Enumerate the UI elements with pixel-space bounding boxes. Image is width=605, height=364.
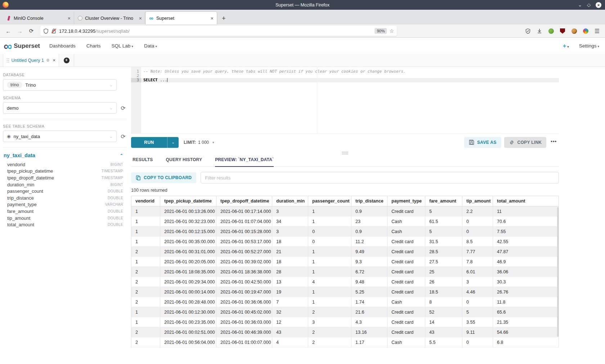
grid-column-header[interactable]: trip_distance (351, 196, 387, 206)
save-as-button[interactable]: SAVE AS (464, 137, 501, 148)
reload-icon[interactable]: ⟳ (27, 28, 36, 34)
run-button[interactable]: RUN (131, 137, 167, 148)
grid-cell: Cash (387, 297, 425, 307)
downloads-icon[interactable] (537, 28, 542, 34)
filter-results-input[interactable] (201, 172, 559, 183)
back-icon[interactable]: ← (4, 28, 13, 34)
add-new-button[interactable]: +▾ (563, 43, 569, 49)
grid-column-header[interactable]: tpep_dropoff_datetime (216, 196, 272, 206)
grid-cell: Credit card (387, 307, 425, 317)
nav-item-data[interactable]: Data▾ (144, 43, 157, 49)
grid-cell: 21.35 (493, 317, 559, 327)
superset-logo-icon[interactable]: ∞ (4, 41, 12, 51)
ublock-icon[interactable] (560, 28, 565, 34)
nav-item-charts[interactable]: Charts (86, 43, 101, 49)
chevron-up-icon[interactable]: ⌃ (120, 153, 123, 158)
grid-column-header[interactable]: tpep_pickup_datetime (160, 196, 216, 206)
grid-column-header[interactable]: tip_amount (462, 196, 493, 206)
minimize-icon[interactable]: ⌄ (578, 3, 582, 7)
url-host: 172.18.0.4:32295 (59, 28, 95, 34)
grid-column-header[interactable]: vendorid (131, 196, 160, 206)
schema-select[interactable]: demo ⌄ (3, 102, 117, 114)
grid-column-header[interactable]: duration_min (272, 196, 308, 206)
add-query-tab-button[interactable]: + (59, 54, 74, 67)
account-shield-icon[interactable] (525, 28, 531, 34)
close-tab-icon[interactable]: × (139, 15, 142, 21)
tab-results[interactable]: RESULTS (133, 157, 153, 167)
chevron-down-icon: ⌄ (171, 140, 175, 145)
zoom-level-badge[interactable]: 90% (375, 28, 387, 34)
maximize-icon[interactable]: ◇ (587, 3, 591, 7)
main-pane: 1 -- Note: Unless you save your query, t… (128, 67, 605, 364)
browser-tab-minio[interactable]: MinIO Console × (3, 12, 74, 24)
grid-data-row: 12021-06-01 00:35:00.0002021-06-01 00:53… (131, 237, 559, 247)
table-columns-list: vendorid BIGINT tpep_pickup_datetime TIM… (3, 161, 127, 228)
browser-tabstrip: MinIO Console × Cluster Overview - Trino… (0, 10, 605, 24)
grid-cell: 47.87 (493, 247, 559, 257)
url-bar[interactable]: 172.18.0.4:32295/superset/sqllab/ 90% ☆ (40, 26, 397, 36)
grid-column-header[interactable]: fare_amount (425, 196, 462, 206)
refresh-tables-icon[interactable]: ⟳ (120, 133, 127, 140)
copy-to-clipboard-button[interactable]: COPY TO CLIPBOARD (131, 172, 196, 183)
extension-green-icon[interactable] (548, 28, 554, 34)
grid-cell: 18.5 (425, 287, 462, 297)
menu-icon[interactable]: ☰ (594, 28, 600, 34)
grid-column-header[interactable]: passenger_count (308, 196, 351, 206)
close-tab-icon[interactable]: × (68, 15, 71, 21)
grid-column-header[interactable]: total_amount (493, 196, 559, 206)
grid-cell: Cash (387, 217, 425, 227)
grid-column-header[interactable]: payment_type (387, 196, 425, 206)
grid-cell: 5.25 (351, 287, 387, 297)
browser-tab-superset[interactable]: ∞ Superset × (145, 12, 217, 24)
grid-cell: 2021-06-01 00:52:27.000 (216, 247, 272, 257)
close-tab-icon[interactable]: × (211, 15, 214, 21)
container-extension-icon[interactable] (583, 28, 588, 34)
database-select[interactable]: trino Trino ⌄ (3, 79, 117, 91)
copy-link-button[interactable]: COPY LINK (504, 137, 547, 148)
grid-cell: 7.8 (462, 257, 493, 267)
refresh-schema-icon[interactable]: ⟳ (120, 105, 127, 112)
grid-data-row: 22021-06-01 00:29:34.0002021-06-01 00:42… (131, 277, 559, 287)
drag-handle-icon[interactable] (6, 58, 9, 63)
grid-cell: Credit card (387, 257, 425, 267)
nav-item-dashboards[interactable]: Dashboards (49, 43, 76, 49)
tab-preview[interactable]: PREVIEW: `NY_TAXI_DATA` (215, 157, 274, 167)
brand-name[interactable]: Superset (14, 42, 40, 50)
grid-cell: 3 (272, 206, 308, 217)
table-schema-header[interactable]: ny_taxi_data ⌃ (4, 153, 127, 158)
grid-cell: 2021-06-01 00:13:26.000 (160, 206, 216, 217)
pane-splitter[interactable] (131, 151, 559, 155)
run-options-button[interactable]: ⌄ (167, 137, 179, 148)
database-label: DATABASE (3, 73, 127, 77)
sql-editor[interactable]: 1 -- Note: Unless you save your query, t… (131, 67, 559, 133)
insecure-lock-icon[interactable] (51, 28, 57, 34)
grid-cell: 2021-06-01 00:31:01.000 (160, 247, 216, 257)
tab-query-history[interactable]: QUERY HISTORY (166, 157, 202, 167)
url-text[interactable]: 172.18.0.4:32295/superset/sqllab/ (59, 28, 372, 34)
table-select[interactable]: ◉ ny_taxi_data ⌄ (3, 131, 117, 142)
grid-cell: 1 (308, 257, 351, 267)
cookie-extension-icon[interactable] (571, 28, 577, 34)
nav-item-sql-lab[interactable]: SQL Lab▾ (112, 43, 133, 49)
browser-tab-trino[interactable]: Cluster Overview - Trino × (74, 12, 145, 24)
forward-icon[interactable]: → (15, 28, 24, 34)
grid-cell: 1 (131, 217, 160, 227)
grid-cell: 28.5 (425, 247, 462, 257)
limit-dropdown[interactable]: LIMIT: 1 000 ▾ (184, 140, 214, 145)
grid-scrollbar[interactable] (557, 207, 559, 337)
new-tab-button[interactable]: + (217, 15, 231, 24)
grid-cell: 7 (272, 297, 308, 307)
bookmark-star-icon[interactable]: ☆ (389, 28, 394, 34)
query-tab-untitled-1[interactable]: Untitled Query 1 × (3, 54, 59, 67)
rows-returned-status: 100 rows returned (131, 188, 559, 193)
close-window-icon[interactable]: × (596, 2, 601, 8)
more-actions-button[interactable]: ••• (549, 138, 559, 146)
settings-menu[interactable]: Settings▾ (579, 43, 599, 49)
line-number: 1 (131, 69, 141, 74)
grid-cell: 2021-06-01 00:56:04.000 (160, 337, 216, 347)
grid-cell: 2021-06-01 01:00:07.000 (216, 337, 272, 347)
tracking-shield-icon[interactable] (43, 28, 49, 34)
grid-cell: 3 (462, 277, 493, 287)
close-query-tab-icon[interactable]: × (53, 58, 55, 63)
grid-data-row: 12021-06-01 00:32:23.0002021-06-01 01:07… (131, 217, 559, 227)
